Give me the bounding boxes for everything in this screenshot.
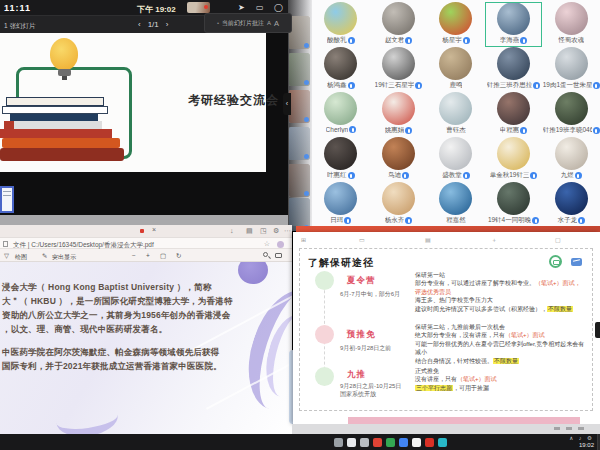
avatar[interactable] [439, 182, 472, 215]
avatar[interactable] [324, 182, 357, 215]
participant-cell[interactable]: 酸酸乳 [312, 2, 370, 47]
participant-cell[interactable]: 鸟迪 [370, 137, 428, 182]
participant-cell[interactable]: 单金秋19针三 [485, 137, 543, 182]
avatar[interactable] [324, 92, 357, 125]
toolbar-icon[interactable]: ▤ [425, 236, 431, 243]
participant-cell[interactable]: 鹿鸣 [427, 47, 485, 92]
avatar[interactable] [382, 137, 415, 170]
toolbar-icon[interactable]: ▭ [359, 236, 365, 243]
participant-cell[interactable]: 赵文君 [370, 2, 428, 47]
participant-cell[interactable]: 水子龙 [542, 182, 600, 227]
participant-cell[interactable]: 杨永齐 [370, 182, 428, 227]
avatar[interactable] [324, 137, 357, 170]
avatar[interactable] [497, 182, 530, 215]
participant-cell[interactable]: 申程惠 [485, 92, 543, 137]
avatar[interactable] [324, 2, 357, 35]
participant-cell[interactable]: 怪蜀农魂 [542, 2, 600, 47]
avatar[interactable] [497, 92, 530, 125]
participant-cell[interactable]: 杨星宇 [427, 2, 485, 47]
tab-close-button[interactable]: × [152, 226, 156, 233]
toolbar-icon[interactable]: ＋ [491, 236, 497, 245]
reading-list-icon[interactable]: ▤ [246, 227, 253, 235]
highlight-tool-label[interactable]: 突出显示 [52, 253, 76, 262]
video-tile[interactable] [289, 90, 310, 123]
participant-cell[interactable]: 程嘉然 [427, 182, 485, 227]
avatar[interactable] [497, 137, 530, 170]
print-icon[interactable] [275, 253, 282, 258]
taskbar-app-icon[interactable] [347, 438, 356, 447]
avatar[interactable] [555, 137, 588, 170]
participant-cell[interactable]: 九煜 [542, 137, 600, 182]
participant-cell[interactable]: 姚惠娟 [370, 92, 428, 137]
avatar[interactable] [555, 47, 588, 80]
avatar[interactable] [382, 182, 415, 215]
video-tile[interactable] [289, 16, 310, 49]
extensions-icon[interactable]: ◳ [260, 227, 267, 235]
next-slide-button[interactable]: › [166, 20, 169, 29]
right-edge-handle[interactable] [595, 322, 600, 338]
fit-page-button[interactable]: ▢ [160, 252, 166, 260]
video-tile[interactable] [289, 164, 310, 197]
avatar[interactable] [497, 2, 530, 35]
font-increase-button[interactable]: A [274, 19, 279, 28]
participant-cell[interactable]: 李海燕 [485, 2, 543, 47]
avatar[interactable] [439, 92, 472, 125]
participant-cell[interactable]: 针推三班乔思拉 [485, 47, 543, 92]
taskbar-app-icon[interactable] [373, 438, 382, 447]
taskbar-app-icon[interactable] [412, 438, 421, 447]
avatar[interactable] [382, 47, 415, 80]
avatar[interactable] [497, 47, 530, 80]
draw-tool-label[interactable]: 绘图 [15, 253, 27, 262]
avatar[interactable] [382, 92, 415, 125]
collapse-strip-handle[interactable]: ‹ [283, 93, 291, 115]
annotation-panel[interactable]: • 当前幻灯片批注 A A [204, 13, 292, 33]
circle-tool-icon[interactable]: ◯ [274, 3, 283, 12]
pointer-tool-icon[interactable]: ➤ [238, 3, 245, 12]
video-tile[interactable] [289, 127, 310, 160]
avatar[interactable] [555, 2, 588, 35]
avatar[interactable] [324, 47, 357, 80]
taskbar-app-icon[interactable] [360, 438, 369, 447]
participant-cell[interactable]: 曹钰杰 [427, 92, 485, 137]
avatar[interactable] [382, 2, 415, 35]
favorite-star-icon[interactable]: ☆ [264, 240, 270, 248]
zoom-in-button[interactable]: + [146, 252, 150, 259]
more-menu-icon[interactable]: ⋯ [284, 227, 291, 235]
address-bar[interactable]: 文件 | C:/Users/16345/Desktop/香港浸会大学.pdf ☆ [0, 237, 292, 249]
floating-mini-window[interactable] [0, 186, 14, 213]
toolbar-icon[interactable]: ▢ [555, 236, 561, 243]
pen-icon[interactable]: ✎ [42, 252, 47, 260]
participant-cell[interactable]: 19针三石星宇 [370, 47, 428, 92]
participant-cell[interactable]: Cherlyn [312, 92, 370, 137]
zoom-out-button[interactable]: − [132, 252, 136, 259]
taskbar-app-icon[interactable] [334, 438, 343, 447]
camera-preview-thumbnail[interactable] [187, 2, 210, 13]
edited-slide-canvas[interactable]: 了解保研途径 夏令营6月-7月中旬，部分6月保研第一站部分专业有，可以通过讲座了… [299, 248, 593, 411]
participant-cell[interactable]: 19肉1蛋一世朱星宇 [542, 47, 600, 92]
search-icon[interactable] [263, 252, 268, 257]
participant-cell[interactable]: 叶惠红 [312, 137, 370, 182]
participant-cell[interactable]: 针推19班李晓046 [542, 92, 600, 137]
avatar[interactable] [439, 47, 472, 80]
profile-avatar-icon[interactable] [277, 241, 284, 248]
download-icon[interactable]: ↓ [230, 227, 234, 234]
system-tray[interactable]: ∧ ♪ ⚙ 19:02 [569, 435, 594, 449]
participant-cell[interactable]: 杨鸿鑫 [312, 47, 370, 92]
grid-view-icon[interactable]: ⊞ [301, 236, 306, 243]
taskbar-app-icon[interactable] [425, 438, 434, 447]
participant-cell[interactable]: 日珥 [312, 182, 370, 227]
toc-icon[interactable]: ▽ [4, 252, 9, 260]
settings-icon[interactable]: ⚙ [273, 227, 279, 235]
rotate-button[interactable]: ↻ [176, 252, 181, 260]
rectangle-tool-icon[interactable]: ▭ [256, 3, 264, 12]
taskbar-app-icon[interactable] [399, 438, 408, 447]
font-decrease-button[interactable]: A [267, 20, 271, 26]
avatar[interactable] [439, 2, 472, 35]
prev-slide-button[interactable]: ‹ [138, 20, 141, 29]
participant-cell[interactable]: 盛教堂 [427, 137, 485, 182]
avatar[interactable] [555, 182, 588, 215]
taskbar-app-icon[interactable] [438, 438, 447, 447]
video-tile[interactable] [289, 53, 310, 86]
avatar[interactable] [439, 137, 472, 170]
participant-cell[interactable]: 19针4一同明晚 [485, 182, 543, 227]
